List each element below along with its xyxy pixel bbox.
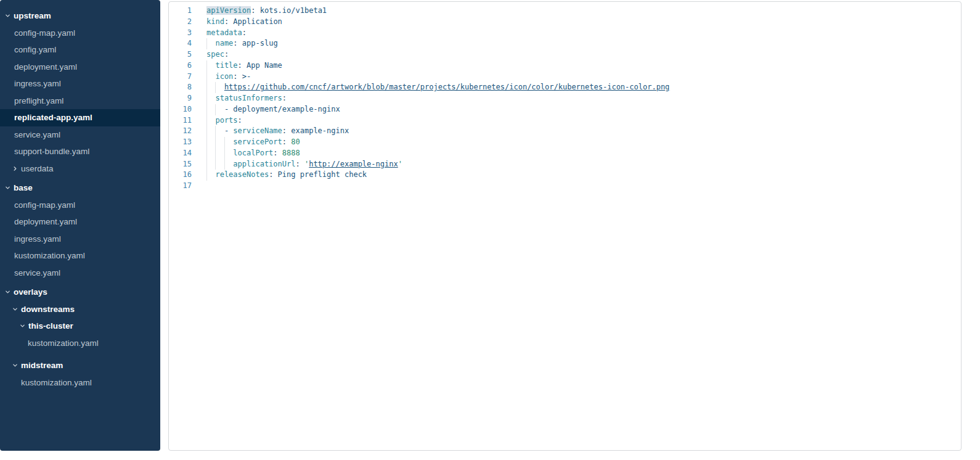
chevron-down-icon xyxy=(12,363,21,368)
tree-item-label: base xyxy=(14,183,33,192)
tree-item-label: userdata xyxy=(21,164,54,173)
code-line[interactable]: 14localPort: 8888 xyxy=(169,148,961,159)
tree-item-label: config-map.yaml xyxy=(14,28,75,38)
yaml-punctuation: : xyxy=(238,116,242,125)
indent-guide xyxy=(206,115,215,126)
indent-guide xyxy=(215,82,224,93)
tree-folder-userdata[interactable]: userdata xyxy=(0,160,160,178)
line-number[interactable]: 8 xyxy=(169,82,192,93)
indent-guide xyxy=(206,93,215,104)
tree-file-support-bundle.yaml[interactable]: support-bundle.yaml xyxy=(0,143,160,160)
line-number[interactable]: 1 xyxy=(169,6,192,17)
yaml-value: >- xyxy=(238,72,251,81)
tree-item-label: downstreams xyxy=(21,305,75,314)
tree-file-config-map.yaml[interactable]: config-map.yaml xyxy=(0,197,160,214)
code-text: - deployment/example-nginx xyxy=(192,104,340,115)
tree-file-kustomization.yaml[interactable]: kustomization.yaml xyxy=(0,247,160,265)
indent-guide xyxy=(206,72,215,83)
yaml-dash: - xyxy=(224,105,233,113)
line-number[interactable]: 6 xyxy=(169,60,192,72)
tree-folder-base[interactable]: base xyxy=(0,179,160,197)
yaml-punctuation: : xyxy=(238,61,242,70)
tree-folder-upstream[interactable]: upstream xyxy=(0,7,160,25)
code-line[interactable]: 15applicationUrl: 'http://example-nginx' xyxy=(169,159,961,170)
yaml-quote: ' xyxy=(398,160,402,168)
code-line[interactable]: 8https://github.com/cncf/artwork/blob/ma… xyxy=(169,82,961,93)
tree-item-label: service.yaml xyxy=(14,130,60,139)
tree-file-service.yaml[interactable]: service.yaml xyxy=(0,126,160,144)
line-number[interactable]: 14 xyxy=(169,148,192,159)
code-text: ports: xyxy=(192,115,242,126)
tree-item-label: overlays xyxy=(14,287,47,297)
code-line[interactable]: 10- deployment/example-nginx xyxy=(169,104,961,115)
code-line[interactable]: 2kind: Application xyxy=(169,17,961,28)
line-number[interactable]: 13 xyxy=(169,137,192,148)
tree-folder-overlays[interactable]: overlays xyxy=(0,284,160,301)
tree-file-kustomization.yaml[interactable]: kustomization.yaml xyxy=(0,374,160,392)
tree-file-ingress.yaml[interactable]: ingress.yaml xyxy=(0,75,160,92)
code-text: spec: xyxy=(192,49,229,60)
code-text: kind: Application xyxy=(192,17,282,28)
code-line[interactable]: 12- serviceName: example-nginx xyxy=(169,126,961,137)
line-number[interactable]: 4 xyxy=(169,38,192,49)
tree-item-label: deployment.yaml xyxy=(14,217,77,226)
line-number[interactable]: 7 xyxy=(169,72,192,83)
code-text: releaseNotes: Ping preflight check xyxy=(192,170,367,181)
line-number[interactable]: 12 xyxy=(169,126,192,137)
line-number[interactable]: 9 xyxy=(169,93,192,104)
line-number[interactable]: 5 xyxy=(169,49,192,60)
line-number[interactable]: 15 xyxy=(169,159,192,170)
yaml-punctuation: : xyxy=(224,50,229,59)
tree-file-service.yaml[interactable]: service.yaml xyxy=(0,265,160,282)
code-line[interactable]: 17 xyxy=(169,181,961,192)
chevron-down-icon xyxy=(20,323,28,329)
code-text: applicationUrl: 'http://example-nginx' xyxy=(192,159,402,170)
code-text: icon: >- xyxy=(192,72,251,83)
indent-guide xyxy=(215,137,224,148)
line-number[interactable]: 2 xyxy=(169,17,192,28)
code-line[interactable]: 1apiVersion: kots.io/v1beta1 xyxy=(169,6,961,17)
line-number[interactable]: 11 xyxy=(169,115,192,126)
code-line[interactable]: 16releaseNotes: Ping preflight check xyxy=(169,170,961,181)
tree-folder-downstreams[interactable]: downstreams xyxy=(0,301,160,318)
tree-file-ingress.yaml[interactable]: ingress.yaml xyxy=(0,231,160,248)
code-line[interactable]: 11ports: xyxy=(169,115,961,126)
tree-file-kustomization.yaml[interactable]: kustomization.yaml xyxy=(0,335,160,352)
code-line[interactable]: 4name: app-slug xyxy=(169,38,961,49)
indent-guide xyxy=(206,170,215,181)
yaml-key: releaseNotes xyxy=(215,170,269,179)
tree-item-label: upstream xyxy=(14,11,51,20)
tree-file-config.yaml[interactable]: config.yaml xyxy=(0,41,160,59)
tree-file-replicated-app.yaml[interactable]: replicated-app.yaml xyxy=(0,109,160,126)
line-number[interactable]: 17 xyxy=(169,181,192,192)
tree-file-deployment.yaml[interactable]: deployment.yaml xyxy=(0,213,160,231)
tree-item-label: ingress.yaml xyxy=(14,234,61,244)
code-line[interactable]: 6title: App Name xyxy=(169,60,961,72)
tree-file-config-map.yaml[interactable]: config-map.yaml xyxy=(0,25,160,42)
code-line[interactable]: 13servicePort: 80 xyxy=(169,137,961,148)
line-number[interactable]: 3 xyxy=(169,28,192,39)
yaml-punctuation: : xyxy=(282,138,287,146)
chevron-down-icon xyxy=(5,185,14,191)
line-number[interactable]: 10 xyxy=(169,104,192,115)
code-line[interactable]: 5spec: xyxy=(169,49,961,60)
yaml-punctuation: : xyxy=(282,94,287,102)
tree-folder-this-cluster[interactable]: this-cluster xyxy=(0,318,160,335)
tree-file-deployment.yaml[interactable]: deployment.yaml xyxy=(0,59,160,76)
tree-item-label: service.yaml xyxy=(14,268,60,277)
code-line[interactable]: 3metadata: xyxy=(169,28,961,39)
code-text: name: app-slug xyxy=(192,38,278,49)
tree-file-preflight.yaml[interactable]: preflight.yaml xyxy=(0,92,160,110)
code-line[interactable]: 9statusInformers: xyxy=(169,93,961,104)
yaml-key: name xyxy=(215,39,233,47)
indent-guide xyxy=(206,104,215,115)
yaml-number: 80 xyxy=(287,138,300,146)
editor-content[interactable]: 1apiVersion: kots.io/v1beta12kind: Appli… xyxy=(169,2,961,192)
code-text: - serviceName: example-nginx xyxy=(192,126,349,137)
tree-item-label: this-cluster xyxy=(28,321,73,331)
tree-item-label: kustomization.yaml xyxy=(28,339,99,348)
line-number[interactable]: 16 xyxy=(169,170,192,181)
code-line[interactable]: 7icon: >- xyxy=(169,72,961,83)
tree-folder-midstream[interactable]: midstream xyxy=(0,357,160,374)
yaml-key: metadata xyxy=(206,28,242,37)
